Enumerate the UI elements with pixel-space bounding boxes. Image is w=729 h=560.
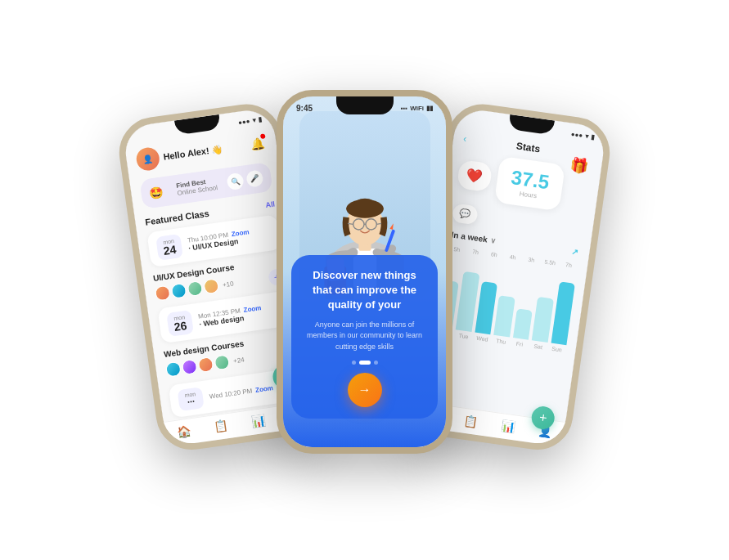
- center-notch: [336, 96, 394, 114]
- phones-container: ●●● ▾ ▮ 👤 Hello Alex! 👋 🔔: [0, 0, 729, 560]
- search-label: Find Best Online School: [176, 177, 218, 197]
- chart-nav-icon[interactable]: 📊: [250, 413, 266, 428]
- svg-point-5: [353, 199, 376, 211]
- hour-label-1: 7h: [466, 248, 485, 256]
- hour-label-6: 7h: [560, 261, 578, 269]
- trend-icon: ↗: [571, 247, 578, 257]
- hours-card: 37.5 Hours: [494, 155, 565, 211]
- dot-3: [374, 361, 378, 365]
- hour-label-3: 4h: [503, 253, 522, 261]
- right-battery-icon: ▮: [591, 132, 595, 140]
- class-info-2: Mon 12:35 PM Zoom · Web design: [198, 301, 283, 328]
- bar-sat: [532, 296, 554, 342]
- center-phone: 9:45 ▪▪▪ WiFi ▮▮: [277, 90, 452, 454]
- search-actions: 🔍 🎤: [226, 169, 263, 190]
- hour-label-5: 5.5h: [541, 258, 560, 266]
- right-signal-icon: ●●●: [570, 130, 583, 139]
- avatar-3: [187, 280, 203, 296]
- right-status-icons: ●●● ▾ ▮: [570, 130, 594, 141]
- notification-dot: [260, 133, 266, 139]
- avatar: 👤: [135, 146, 161, 172]
- search-icon-btn[interactable]: 🔍: [226, 172, 245, 190]
- day-thu: Thu: [492, 337, 511, 345]
- dot-2: [359, 361, 371, 365]
- avatar-8: [214, 354, 230, 370]
- search-emoji: 🤩: [149, 185, 164, 199]
- course-count-2: +24: [233, 356, 245, 365]
- avatar-2: [170, 282, 187, 298]
- center-screen: 9:45 ▪▪▪ WiFi ▮▮: [283, 96, 446, 447]
- content-subtext: Anyone can join the millions of members …: [303, 320, 426, 353]
- avatar-7: [197, 356, 214, 372]
- featured-section-title: Featured Class: [145, 208, 210, 226]
- class-info-1: Thu 10:00 PM Zoom · UI/UX Design: [187, 225, 272, 252]
- avatar-img: 👤: [142, 154, 153, 164]
- battery-icon: ▮: [258, 115, 262, 123]
- headline-line2: that can improve the: [313, 284, 416, 296]
- center-battery-icon: ▮▮: [426, 105, 433, 112]
- bell-button[interactable]: 🔔: [247, 133, 268, 154]
- heart-icon: ❤️: [466, 167, 484, 185]
- heart-card: ❤️: [457, 159, 493, 191]
- week-dropdown-icon[interactable]: ∨: [490, 235, 497, 244]
- calendar-nav-icon[interactable]: 📋: [214, 419, 229, 433]
- content-headline: Discover new things that can improve the…: [303, 268, 426, 313]
- comment-icon: 💬: [459, 208, 472, 220]
- mic-icon-btn[interactable]: 🎤: [245, 169, 264, 188]
- avatar-5: [165, 361, 182, 377]
- right-wifi-icon: ▾: [585, 132, 589, 139]
- bar-sun: [551, 280, 575, 344]
- pagination-dots: [303, 361, 426, 365]
- week-label: In a week: [451, 230, 488, 244]
- day-wed: Wed: [473, 334, 492, 343]
- svg-line-8: [348, 223, 353, 224]
- class-num-1: 24: [162, 243, 178, 256]
- bar-thu: [493, 294, 515, 337]
- class-num-2: 26: [173, 319, 189, 332]
- class-date-2: mon 26: [166, 310, 194, 337]
- dot-1: [352, 361, 356, 365]
- right-calendar-icon[interactable]: 📋: [463, 413, 479, 428]
- day-sat: Sat: [529, 342, 547, 350]
- back-button[interactable]: ‹: [462, 132, 467, 144]
- course-count-1: +10: [222, 279, 234, 288]
- greeting-text: Hello Alex! 👋: [163, 143, 224, 162]
- next-button[interactable]: →: [348, 373, 382, 407]
- hour-label-2: 6h: [485, 250, 504, 258]
- zoom-badge-3: Zoom: [255, 383, 274, 393]
- right-chart-icon[interactable]: 📊: [500, 419, 515, 433]
- day-sun: Sun: [547, 345, 566, 353]
- class-date-3: mon ···: [177, 387, 204, 411]
- headline-line1: Discover new things: [313, 269, 416, 281]
- wifi-icon: ▾: [252, 116, 256, 123]
- avatar-4: [203, 278, 219, 294]
- left-status-icons: ●●● ▾ ▮: [237, 115, 261, 126]
- avatar-1: [155, 284, 171, 301]
- svg-marker-15: [389, 223, 394, 230]
- day-tue: Tue: [454, 332, 473, 340]
- bar-fri: [513, 308, 533, 339]
- featured-all-link[interactable]: All: [265, 199, 276, 209]
- class-time-text-3: Wed 10:20 PM: [209, 387, 253, 400]
- class-date-1: mon 24: [155, 233, 183, 260]
- gift-icon: 🎁: [569, 155, 590, 175]
- headline-line3: quality of your: [328, 298, 402, 311]
- home-nav-icon[interactable]: 🏠: [176, 423, 191, 438]
- day-fri: Fri: [511, 339, 529, 347]
- content-card: Discover new things that can improve the…: [291, 255, 438, 419]
- signal-icon: ●●●: [237, 117, 250, 126]
- hour-label-4: 3h: [522, 255, 541, 263]
- svg-line-10: [376, 223, 381, 224]
- avatar-6: [182, 358, 198, 374]
